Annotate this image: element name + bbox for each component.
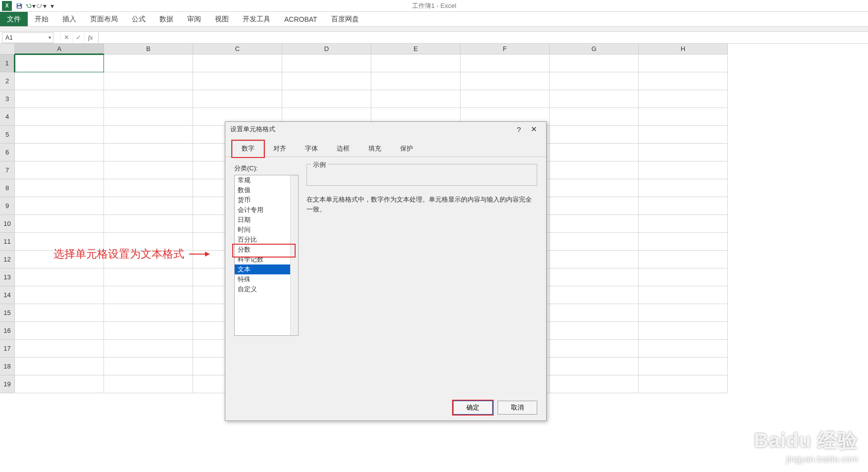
cell[interactable]	[15, 375, 104, 393]
cell[interactable]	[639, 54, 728, 72]
fx-icon[interactable]: fx	[84, 32, 96, 43]
category-item[interactable]: 时间	[235, 225, 298, 235]
cell[interactable]	[15, 179, 104, 197]
category-list[interactable]: 常规数值货币会计专用日期时间百分比分数科学记数文本特殊自定义	[234, 175, 299, 336]
cell[interactable]	[193, 54, 282, 72]
cell[interactable]	[550, 251, 639, 268]
category-item[interactable]: 分数	[235, 245, 298, 255]
column-header[interactable]: A	[15, 44, 104, 54]
close-icon[interactable]: ✕	[526, 125, 541, 134]
undo-icon[interactable]: ▾	[25, 0, 36, 11]
category-item[interactable]: 货币	[235, 195, 298, 205]
row-header[interactable]: 18	[0, 358, 15, 375]
category-item[interactable]: 会计专用	[235, 205, 298, 215]
category-item[interactable]: 数值	[235, 185, 298, 195]
cell[interactable]	[15, 197, 104, 215]
cell[interactable]	[104, 304, 193, 322]
column-header[interactable]: B	[104, 44, 193, 54]
row-header[interactable]: 15	[0, 304, 15, 322]
cell[interactable]	[371, 54, 460, 72]
cell[interactable]	[15, 161, 104, 179]
column-header[interactable]: D	[282, 44, 371, 54]
cell[interactable]	[550, 304, 639, 322]
cell[interactable]	[15, 268, 104, 286]
cell[interactable]	[550, 126, 639, 144]
cell[interactable]	[371, 72, 460, 90]
dialog-tab-protection[interactable]: 保护	[391, 141, 422, 157]
tab-acrobat[interactable]: ACROBAT	[277, 12, 324, 26]
cell[interactable]	[550, 233, 639, 251]
row-header[interactable]: 12	[0, 251, 15, 268]
cell[interactable]	[104, 54, 193, 72]
dialog-tab-fill[interactable]: 填充	[359, 141, 391, 157]
tab-formulas[interactable]: 公式	[125, 12, 153, 26]
cell[interactable]	[460, 90, 550, 108]
cell[interactable]	[550, 108, 639, 126]
cell[interactable]	[104, 108, 193, 126]
cell[interactable]	[371, 90, 460, 108]
column-header[interactable]: C	[193, 44, 282, 54]
cell[interactable]	[104, 215, 193, 233]
cell[interactable]	[639, 268, 728, 286]
cell[interactable]	[639, 340, 728, 358]
cell[interactable]	[550, 322, 639, 340]
cell[interactable]	[282, 54, 371, 72]
column-header[interactable]: E	[371, 44, 460, 54]
row-header[interactable]: 6	[0, 144, 15, 161]
cell[interactable]	[639, 286, 728, 304]
dialog-tab-alignment[interactable]: 对齐	[264, 141, 296, 157]
cell[interactable]	[104, 126, 193, 144]
cell[interactable]	[104, 72, 193, 90]
row-header[interactable]: 19	[0, 375, 15, 393]
cell[interactable]	[550, 161, 639, 179]
tab-review[interactable]: 审阅	[180, 12, 208, 26]
cell[interactable]	[193, 90, 282, 108]
tab-view[interactable]: 视图	[208, 12, 236, 26]
cell[interactable]	[639, 72, 728, 90]
cell[interactable]	[639, 179, 728, 197]
category-item[interactable]: 常规	[235, 175, 298, 185]
cell[interactable]	[15, 54, 104, 72]
cell[interactable]	[639, 358, 728, 375]
column-header[interactable]: H	[639, 44, 728, 54]
cell[interactable]	[550, 90, 639, 108]
category-item[interactable]: 百分比	[235, 235, 298, 245]
row-header[interactable]: 11	[0, 233, 15, 251]
cell[interactable]	[639, 322, 728, 340]
dialog-titlebar[interactable]: 设置单元格格式 ? ✕	[225, 122, 546, 137]
category-item[interactable]: 自定义	[235, 284, 298, 294]
dialog-tab-number[interactable]: 数字	[232, 141, 264, 157]
cell[interactable]	[15, 126, 104, 144]
row-header[interactable]: 1	[0, 54, 15, 72]
cell[interactable]	[15, 90, 104, 108]
cell[interactable]	[550, 375, 639, 393]
cell[interactable]	[639, 144, 728, 161]
cell[interactable]	[550, 197, 639, 215]
cell[interactable]	[104, 90, 193, 108]
cell[interactable]	[15, 286, 104, 304]
row-header[interactable]: 2	[0, 72, 15, 90]
cell[interactable]	[639, 90, 728, 108]
cell[interactable]	[104, 161, 193, 179]
qat-customize-icon[interactable]: ▾	[47, 0, 57, 11]
cancel-formula-icon[interactable]: ✕	[60, 32, 72, 43]
cell[interactable]	[104, 197, 193, 215]
row-header[interactable]: 14	[0, 286, 15, 304]
column-header[interactable]: G	[550, 44, 639, 54]
row-header[interactable]: 7	[0, 161, 15, 179]
enter-formula-icon[interactable]: ✓	[72, 32, 84, 43]
cell[interactable]	[104, 286, 193, 304]
tab-baidu[interactable]: 百度网盘	[324, 12, 366, 26]
cell[interactable]	[550, 268, 639, 286]
cell[interactable]	[104, 268, 193, 286]
cell[interactable]	[639, 304, 728, 322]
category-item[interactable]: 特殊	[235, 274, 298, 284]
tab-file[interactable]: 文件	[0, 12, 28, 26]
save-icon[interactable]	[14, 0, 25, 11]
scrollbar[interactable]	[290, 175, 298, 335]
cell[interactable]	[550, 179, 639, 197]
cell[interactable]	[193, 72, 282, 90]
category-item[interactable]: 日期	[235, 215, 298, 225]
help-icon[interactable]: ?	[511, 125, 526, 134]
column-header[interactable]: F	[460, 44, 550, 54]
